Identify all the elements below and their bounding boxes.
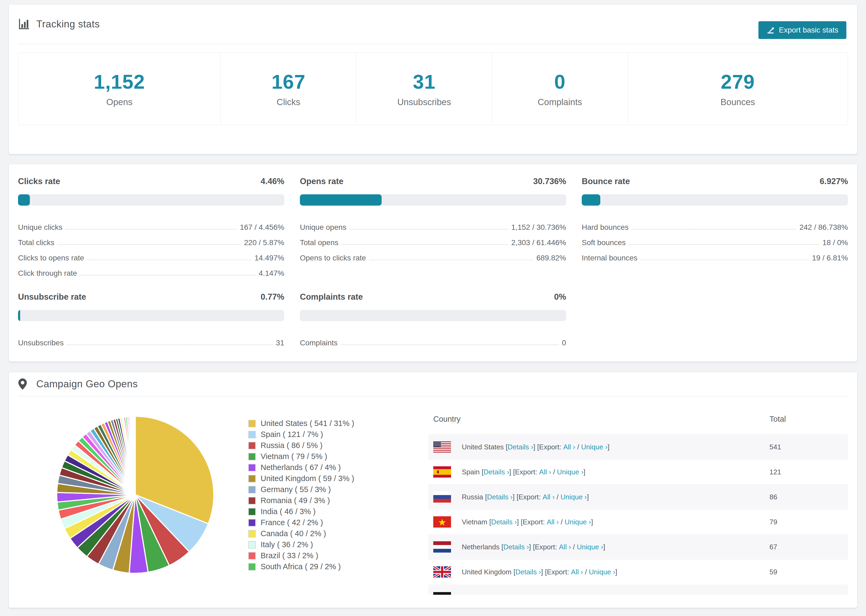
stat-value-clicks: 167	[271, 71, 305, 93]
export-unique-link-spain[interactable]: Unique ›	[557, 468, 583, 476]
stat-label-opens: Opens	[106, 97, 132, 107]
stat-value-complaints: 0	[554, 71, 565, 93]
rate-row-label: Total clicks	[18, 238, 54, 247]
rate-row-label: Click through rate	[18, 269, 77, 278]
rate-row-clicks-to-opens-rate: Clicks to opens rate14.497%	[18, 247, 284, 262]
dotted-leader	[629, 244, 819, 245]
geo-table-row-spain: Spain [Details ›] [Export: All › / Uniqu…	[428, 460, 848, 485]
geo-table-row-united-kingdom: United Kingdom [Details ›] [Export: All …	[428, 559, 848, 585]
export-all-link-united-states[interactable]: All ›	[563, 443, 575, 451]
export-unique-link-united-kingdom[interactable]: Unique ›	[589, 568, 615, 576]
tracking-stats-title: Tracking stats	[36, 19, 100, 30]
legend-item-south-africa[interactable]: South Africa ( 29 / 2% )	[248, 561, 420, 572]
export-all-link-vietnam[interactable]: All ›	[547, 518, 559, 526]
export-all-link-netherlands[interactable]: All ›	[559, 543, 571, 551]
legend-item-italy[interactable]: Italy ( 36 / 2% )	[248, 539, 420, 550]
dotted-leader	[87, 259, 252, 260]
details-link-russia[interactable]: Details ›	[487, 493, 513, 501]
legend-item-france[interactable]: France ( 42 / 2% )	[248, 517, 420, 528]
details-link-united-kingdom[interactable]: Details ›	[515, 568, 541, 576]
rate-row-label: Total opens	[300, 238, 339, 247]
rate-row-complaints: Complaints0	[300, 332, 566, 347]
rate-title-complaints-rate: Complaints rate	[300, 292, 363, 302]
legend-label-vietnam: Vietnam ( 79 / 5% )	[261, 452, 327, 461]
details-link-united-states[interactable]: Details ›	[508, 443, 533, 451]
legend-label-spain: Spain ( 121 / 7% )	[261, 430, 323, 439]
export-unique-link-united-states[interactable]: Unique ›	[581, 443, 608, 451]
dotted-leader	[632, 229, 796, 229]
rate-section-complaints-rate: Complaints rate0%Complaints0	[300, 292, 566, 347]
dotted-leader	[342, 244, 508, 245]
stat-opens: 1,152Opens	[18, 53, 221, 125]
export-all-link-russia[interactable]: All ›	[543, 493, 555, 501]
legend-label-united-states: United States ( 541 / 31% )	[261, 419, 354, 428]
rate-row-value: 2,303 / 61.446%	[511, 238, 566, 247]
details-link-spain[interactable]: Details ›	[483, 468, 509, 476]
germany-flag-partial	[433, 592, 451, 595]
rate-row-value: 31	[276, 339, 284, 347]
rate-row-value: 18 / 0%	[822, 238, 848, 247]
rate-row-unique-opens: Unique opens1,152 / 30.736%	[300, 216, 566, 232]
dotted-leader	[369, 259, 533, 260]
bar-chart-icon	[18, 19, 29, 30]
geo-table-row-netherlands: Netherlands [Details ›] [Export: All › /…	[428, 534, 848, 559]
rate-row-value: 0	[562, 339, 566, 347]
legend-item-spain[interactable]: Spain ( 121 / 7% )	[248, 429, 420, 440]
legend-label-italy: Italy ( 36 / 2% )	[261, 540, 313, 549]
stat-label-complaints: Complaints	[538, 97, 582, 107]
rate-row-click-through-rate: Click through rate4.147%	[18, 262, 284, 278]
export-unique-link-vietnam[interactable]: Unique ›	[565, 518, 591, 526]
rate-bar-fill-clicks-rate	[18, 194, 30, 206]
geo-table-row-vietnam: Vietnam [Details ›] [Export: All › / Uni…	[428, 509, 848, 534]
dotted-leader	[350, 229, 508, 229]
united-states-flag	[433, 441, 451, 453]
country-name-united-kingdom: United Kingdom [	[462, 568, 515, 576]
rate-section-unsubscribe-rate: Unsubscribe rate0.77%Unsubscribes31	[18, 292, 284, 347]
legend-label-united-kingdom: United Kingdom ( 59 / 3% )	[261, 474, 354, 483]
details-link-vietnam[interactable]: Details ›	[491, 518, 516, 526]
legend-label-india: India ( 46 / 3% )	[261, 507, 316, 516]
legend-swatch-romania	[248, 497, 256, 504]
netherlands-flag	[433, 541, 451, 553]
legend-label-romania: Romania ( 49 / 3% )	[261, 496, 330, 505]
rate-row-unsubscribes: Unsubscribes31	[18, 332, 284, 347]
export-all-link-united-kingdom[interactable]: All ›	[571, 568, 583, 576]
dotted-leader	[66, 229, 237, 229]
geo-total-united-kingdom: 59	[765, 559, 848, 585]
export-button-label: Export basic stats	[779, 26, 838, 35]
rate-row-internal-bounces: Internal bounces19 / 6.81%	[582, 247, 848, 262]
legend-item-romania[interactable]: Romania ( 49 / 3% )	[248, 495, 420, 506]
legend-label-brazil: Brazil ( 33 / 2% )	[261, 551, 318, 560]
geo-table: Country Total United States [Details ›] …	[428, 402, 848, 585]
legend-item-united-kingdom[interactable]: United Kingdom ( 59 / 3% )	[248, 473, 420, 484]
legend-item-russia[interactable]: Russia ( 86 / 5% )	[248, 440, 420, 451]
rate-row-label: Unique opens	[300, 223, 346, 232]
rate-row-label: Hard bounces	[582, 223, 628, 232]
geo-pie-legend: United States ( 541 / 31% )Spain ( 121 /…	[248, 418, 420, 572]
legend-item-india[interactable]: India ( 46 / 3% )	[248, 506, 420, 517]
geo-pie-wrap	[9, 396, 216, 577]
legend-item-germany[interactable]: Germany ( 55 / 3% )	[248, 484, 420, 495]
export-unique-link-russia[interactable]: Unique ›	[561, 493, 587, 501]
legend-item-canada[interactable]: Canada ( 40 / 2% )	[248, 528, 420, 539]
stat-bounces: 279Bounces	[628, 53, 848, 125]
legend-item-united-states[interactable]: United States ( 541 / 31% )	[248, 418, 420, 429]
tracking-stats-card: Tracking stats Export basic stats 1,152O…	[9, 4, 857, 154]
stat-value-bounces: 279	[721, 71, 755, 93]
geo-opens-pie-chart[interactable]	[55, 414, 216, 575]
rate-value-unsubscribe-rate: 0.77%	[261, 292, 284, 302]
export-all-link-spain[interactable]: All ›	[539, 468, 551, 476]
vietnam-flag	[433, 516, 451, 528]
rate-row-value: 19 / 6.81%	[812, 254, 848, 262]
legend-item-netherlands[interactable]: Netherlands ( 67 / 4% )	[248, 462, 420, 473]
rate-bar-complaints-rate	[300, 310, 566, 321]
country-name-netherlands: Netherlands [	[462, 543, 504, 551]
export-unique-link-netherlands[interactable]: Unique ›	[577, 543, 603, 551]
rate-row-label: Internal bounces	[582, 254, 638, 262]
export-basic-stats-button[interactable]: Export basic stats	[759, 21, 846, 39]
details-link-netherlands[interactable]: Details ›	[504, 543, 529, 551]
rate-row-label: Clicks to opens rate	[18, 254, 84, 262]
legend-item-brazil[interactable]: Brazil ( 33 / 2% )	[248, 550, 420, 561]
legend-item-vietnam[interactable]: Vietnam ( 79 / 5% )	[248, 451, 420, 462]
stat-label-bounces: Bounces	[721, 97, 755, 107]
